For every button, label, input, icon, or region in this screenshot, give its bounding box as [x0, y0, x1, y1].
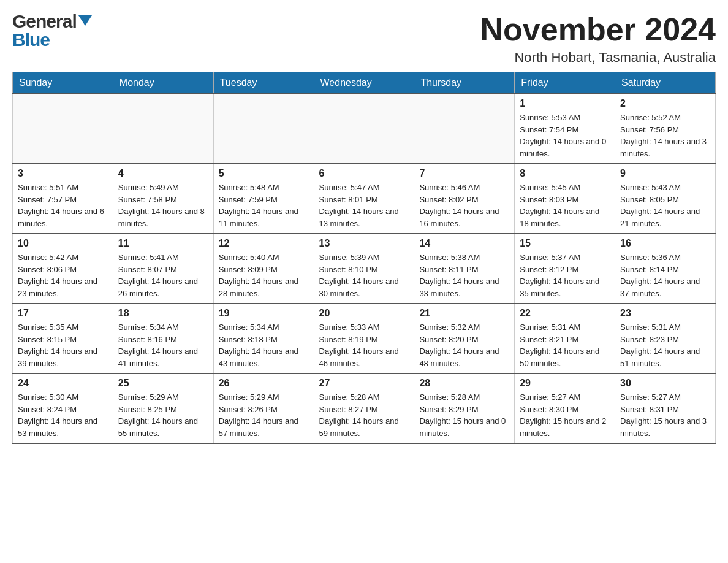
logo: General Blue [12, 12, 92, 49]
calendar-cell: 18Sunrise: 5:34 AM Sunset: 8:16 PM Dayli… [113, 304, 213, 373]
day-info: Sunrise: 5:29 AM Sunset: 8:26 PM Dayligh… [219, 391, 309, 439]
calendar-week-1: 1Sunrise: 5:53 AM Sunset: 7:54 PM Daylig… [13, 94, 716, 164]
day-number: 26 [219, 378, 309, 389]
day-info: Sunrise: 5:32 AM Sunset: 8:20 PM Dayligh… [419, 321, 509, 369]
day-number: 15 [520, 238, 610, 249]
weekday-header-wednesday: Wednesday [314, 72, 414, 94]
day-info: Sunrise: 5:39 AM Sunset: 8:10 PM Dayligh… [319, 251, 409, 299]
day-info: Sunrise: 5:40 AM Sunset: 8:09 PM Dayligh… [219, 251, 309, 299]
calendar-cell: 2Sunrise: 5:52 AM Sunset: 7:56 PM Daylig… [615, 94, 716, 164]
day-number: 3 [18, 168, 108, 179]
day-number: 20 [319, 308, 409, 319]
calendar-week-2: 3Sunrise: 5:51 AM Sunset: 7:57 PM Daylig… [13, 164, 716, 234]
weekday-header-monday: Monday [113, 72, 213, 94]
day-number: 21 [419, 308, 509, 319]
day-info: Sunrise: 5:41 AM Sunset: 8:07 PM Dayligh… [118, 251, 208, 299]
weekday-header-sunday: Sunday [13, 72, 113, 94]
day-number: 22 [520, 308, 610, 319]
weekday-header-tuesday: Tuesday [213, 72, 314, 94]
day-info: Sunrise: 5:45 AM Sunset: 8:03 PM Dayligh… [520, 182, 610, 229]
calendar-cell: 27Sunrise: 5:28 AM Sunset: 8:27 PM Dayli… [314, 373, 414, 443]
day-info: Sunrise: 5:43 AM Sunset: 8:05 PM Dayligh… [620, 182, 710, 229]
calendar-cell: 3Sunrise: 5:51 AM Sunset: 7:57 PM Daylig… [13, 164, 113, 234]
day-info: Sunrise: 5:36 AM Sunset: 8:14 PM Dayligh… [620, 251, 710, 299]
calendar-cell: 21Sunrise: 5:32 AM Sunset: 8:20 PM Dayli… [414, 304, 515, 373]
day-info: Sunrise: 5:38 AM Sunset: 8:11 PM Dayligh… [419, 251, 509, 299]
day-number: 30 [620, 378, 710, 389]
day-number: 6 [319, 168, 409, 179]
day-info: Sunrise: 5:31 AM Sunset: 8:21 PM Dayligh… [520, 321, 610, 369]
day-number: 11 [118, 238, 208, 249]
calendar-cell: 16Sunrise: 5:36 AM Sunset: 8:14 PM Dayli… [615, 234, 716, 304]
calendar-cell: 12Sunrise: 5:40 AM Sunset: 8:09 PM Dayli… [213, 234, 314, 304]
calendar-cell: 8Sunrise: 5:45 AM Sunset: 8:03 PM Daylig… [515, 164, 615, 234]
calendar-cell: 19Sunrise: 5:34 AM Sunset: 8:18 PM Dayli… [213, 304, 314, 373]
day-info: Sunrise: 5:27 AM Sunset: 8:31 PM Dayligh… [620, 391, 710, 439]
day-info: Sunrise: 5:49 AM Sunset: 7:58 PM Dayligh… [118, 182, 208, 229]
day-info: Sunrise: 5:48 AM Sunset: 7:59 PM Dayligh… [219, 182, 309, 229]
day-info: Sunrise: 5:30 AM Sunset: 8:24 PM Dayligh… [18, 391, 108, 439]
calendar-cell [414, 94, 515, 164]
day-info: Sunrise: 5:42 AM Sunset: 8:06 PM Dayligh… [18, 251, 108, 299]
day-number: 10 [18, 238, 108, 249]
day-info: Sunrise: 5:31 AM Sunset: 8:23 PM Dayligh… [620, 321, 710, 369]
logo-line2: Blue [12, 31, 92, 49]
calendar-week-5: 24Sunrise: 5:30 AM Sunset: 8:24 PM Dayli… [13, 373, 716, 443]
month-title: November 2024 [480, 12, 716, 47]
day-number: 28 [419, 378, 509, 389]
calendar-cell: 1Sunrise: 5:53 AM Sunset: 7:54 PM Daylig… [515, 94, 615, 164]
day-info: Sunrise: 5:28 AM Sunset: 8:27 PM Dayligh… [319, 391, 409, 439]
day-info: Sunrise: 5:37 AM Sunset: 8:12 PM Dayligh… [520, 251, 610, 299]
calendar-cell: 9Sunrise: 5:43 AM Sunset: 8:05 PM Daylig… [615, 164, 716, 234]
day-info: Sunrise: 5:46 AM Sunset: 8:02 PM Dayligh… [419, 182, 509, 229]
day-number: 14 [419, 238, 509, 249]
day-info: Sunrise: 5:29 AM Sunset: 8:25 PM Dayligh… [118, 391, 208, 439]
day-number: 18 [118, 308, 208, 319]
calendar-cell: 29Sunrise: 5:27 AM Sunset: 8:30 PM Dayli… [515, 373, 615, 443]
day-number: 19 [219, 308, 309, 319]
day-number: 17 [18, 308, 108, 319]
calendar-week-3: 10Sunrise: 5:42 AM Sunset: 8:06 PM Dayli… [13, 234, 716, 304]
day-number: 4 [118, 168, 208, 179]
calendar-cell: 26Sunrise: 5:29 AM Sunset: 8:26 PM Dayli… [213, 373, 314, 443]
page-header: General Blue November 2024 North Hobart,… [12, 12, 716, 66]
title-block: November 2024 North Hobart, Tasmania, Au… [480, 12, 716, 66]
calendar-cell: 30Sunrise: 5:27 AM Sunset: 8:31 PM Dayli… [615, 373, 716, 443]
day-number: 23 [620, 308, 710, 319]
calendar-cell [314, 94, 414, 164]
calendar-cell: 28Sunrise: 5:28 AM Sunset: 8:29 PM Dayli… [414, 373, 515, 443]
day-info: Sunrise: 5:47 AM Sunset: 8:01 PM Dayligh… [319, 182, 409, 229]
logo-triangle-icon [78, 15, 92, 26]
calendar-cell: 14Sunrise: 5:38 AM Sunset: 8:11 PM Dayli… [414, 234, 515, 304]
day-number: 2 [620, 98, 710, 109]
day-info: Sunrise: 5:52 AM Sunset: 7:56 PM Dayligh… [620, 112, 710, 159]
calendar-table: SundayMondayTuesdayWednesdayThursdayFrid… [12, 72, 716, 444]
day-info: Sunrise: 5:51 AM Sunset: 7:57 PM Dayligh… [18, 182, 108, 229]
location: North Hobart, Tasmania, Australia [480, 50, 716, 66]
day-number: 13 [319, 238, 409, 249]
day-info: Sunrise: 5:27 AM Sunset: 8:30 PM Dayligh… [520, 391, 610, 439]
day-number: 12 [219, 238, 309, 249]
weekday-header-thursday: Thursday [414, 72, 515, 94]
calendar-cell [113, 94, 213, 164]
day-info: Sunrise: 5:53 AM Sunset: 7:54 PM Dayligh… [520, 112, 610, 159]
calendar-header-row: SundayMondayTuesdayWednesdayThursdayFrid… [13, 72, 716, 94]
day-number: 1 [520, 98, 610, 109]
calendar-cell: 13Sunrise: 5:39 AM Sunset: 8:10 PM Dayli… [314, 234, 414, 304]
calendar-cell: 7Sunrise: 5:46 AM Sunset: 8:02 PM Daylig… [414, 164, 515, 234]
calendar-cell: 6Sunrise: 5:47 AM Sunset: 8:01 PM Daylig… [314, 164, 414, 234]
calendar-cell: 4Sunrise: 5:49 AM Sunset: 7:58 PM Daylig… [113, 164, 213, 234]
day-info: Sunrise: 5:34 AM Sunset: 8:16 PM Dayligh… [118, 321, 208, 369]
day-number: 24 [18, 378, 108, 389]
calendar-week-4: 17Sunrise: 5:35 AM Sunset: 8:15 PM Dayli… [13, 304, 716, 373]
day-info: Sunrise: 5:28 AM Sunset: 8:29 PM Dayligh… [419, 391, 509, 439]
calendar-cell: 17Sunrise: 5:35 AM Sunset: 8:15 PM Dayli… [13, 304, 113, 373]
calendar-cell: 5Sunrise: 5:48 AM Sunset: 7:59 PM Daylig… [213, 164, 314, 234]
calendar-cell [213, 94, 314, 164]
calendar-cell: 20Sunrise: 5:33 AM Sunset: 8:19 PM Dayli… [314, 304, 414, 373]
weekday-header-friday: Friday [515, 72, 615, 94]
day-info: Sunrise: 5:33 AM Sunset: 8:19 PM Dayligh… [319, 321, 409, 369]
calendar-cell: 11Sunrise: 5:41 AM Sunset: 8:07 PM Dayli… [113, 234, 213, 304]
day-number: 16 [620, 238, 710, 249]
day-number: 8 [520, 168, 610, 179]
